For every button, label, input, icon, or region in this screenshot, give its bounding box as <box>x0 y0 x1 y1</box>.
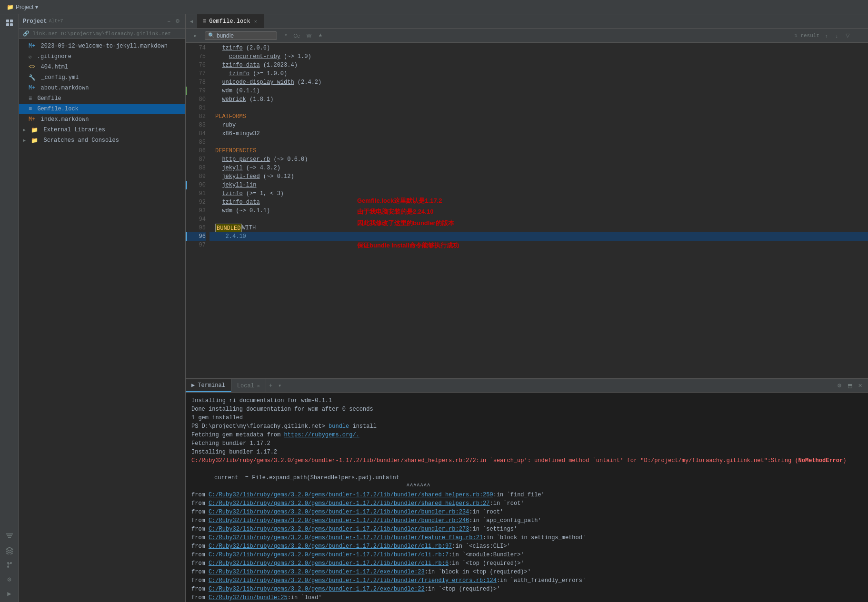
terminal-close-button[interactable]: ✕ <box>856 382 864 389</box>
bottom-panel: ▶ Terminal Local ✕ + ▾ ⚙ ⬒ ✕ Installing … <box>186 378 868 602</box>
search-case-button[interactable]: Cc <box>291 31 302 39</box>
search-word-button[interactable]: W <box>304 31 314 39</box>
ln-86: 86 <box>186 147 206 155</box>
ln-81: 81 <box>186 104 206 112</box>
local-tab-close-button[interactable]: ✕ <box>257 383 260 389</box>
term-line-from10: from C:/Ruby32/lib/ruby/gems/3.2.0/gems/… <box>191 568 862 576</box>
term-link-shared2[interactable]: C:/Ruby32/lib/ruby/gems/3.2.0/gems/bundl… <box>209 500 490 507</box>
term-link-bin1[interactable]: C:/Ruby32/bin/bundle:25 <box>209 594 288 601</box>
terminal-settings-button[interactable]: ⚙ <box>835 382 844 389</box>
term-link-shared1[interactable]: C:/Ruby32/lib/ruby/gems/3.2.0/gems/bundl… <box>209 492 493 498</box>
tree-item-gitignore[interactable]: ⊘ .gitignore <box>19 51 185 62</box>
term-link-bundler1[interactable]: C:/Ruby32/lib/ruby/gems/3.2.0/gems/bundl… <box>209 509 469 515</box>
code-line-87: http_parser.rb (~> 0.6.0) <box>210 155 868 164</box>
code-editor: 74 75 76 77 78 79 80 81 82 83 84 85 86 8… <box>186 43 868 378</box>
title-bar: 📁 Project ▾ <box>0 0 868 14</box>
search-input[interactable] <box>217 32 274 39</box>
term-link-cli3[interactable]: C:/Ruby32/lib/ruby/gems/3.2.0/gems/bundl… <box>209 560 449 567</box>
local-tab-label: Local <box>237 383 254 389</box>
term-link-bundler3[interactable]: C:/Ruby32/lib/ruby/gems/3.2.0/gems/bundl… <box>209 526 469 533</box>
search-regex-button[interactable]: .* <box>281 31 289 39</box>
code-line-79: wdm (0.1.1) <box>210 87 868 95</box>
term-rubygems-link[interactable]: https://rubygems.org/. <box>284 432 359 438</box>
sidebar-collapse-button[interactable]: − <box>166 18 172 25</box>
svg-rect-5 <box>7 535 12 536</box>
add-terminal-button[interactable]: + <box>266 379 275 392</box>
tab-gemfile-lock[interactable]: ≡ Gemfile.lock ✕ <box>197 14 264 28</box>
svg-rect-0 <box>6 20 9 22</box>
term-line-5: Fetching gem metadata from https://rubyg… <box>191 431 862 439</box>
tree-item-about-md[interactable]: M+ about.markdown <box>19 83 185 93</box>
code-line-89: jekyll-feed (~> 0.12) <box>210 172 868 181</box>
code-line-76: tzinfo-data (1.2023.4) <box>210 61 868 69</box>
term-link-friendly[interactable]: C:/Ruby32/lib/ruby/gems/3.2.0/gems/bundl… <box>209 577 497 584</box>
sidebar-title: Project <box>23 18 47 25</box>
code-line-92: tzinfo-data <box>210 198 868 207</box>
ln-87: 87 <box>186 155 206 164</box>
term-link-feature[interactable]: C:/Ruby32/lib/ruby/gems/3.2.0/gems/bundl… <box>209 534 483 541</box>
local-tab[interactable]: Local ✕ <box>231 379 266 392</box>
tab-scroll-left-button[interactable]: ◀ <box>186 14 197 28</box>
term-link-cli2[interactable]: C:/Ruby32/lib/ruby/gems/3.2.0/gems/bundl… <box>209 552 449 558</box>
gitignore-icon: ⊘ <box>29 54 32 60</box>
link-icon: 🔗 <box>23 30 30 37</box>
terminal-dropdown-button[interactable]: ▾ <box>275 379 284 392</box>
line-numbers: 74 75 76 77 78 79 80 81 82 83 84 85 86 8… <box>186 43 210 378</box>
search-next-button[interactable]: ↓ <box>834 32 840 39</box>
tree-item-scratches[interactable]: ▶ 📁 Scratches and Consoles <box>19 135 185 146</box>
code-line-75: concurrent-ruby (~> 1.0) <box>210 52 868 61</box>
svg-rect-1 <box>10 20 13 22</box>
project-icon: 📁 <box>7 4 14 10</box>
term-line-from11: from C:/Ruby32/lib/ruby/gems/3.2.0/gems/… <box>191 576 862 585</box>
search-more-button[interactable]: ⋯ <box>855 32 864 39</box>
tab-close-button[interactable]: ✕ <box>253 18 258 25</box>
terminal-tab-label: Terminal <box>198 382 225 389</box>
tree-item-404html[interactable]: <> 404.html <box>19 62 185 72</box>
code-line-91: tzinfo (>= 1, < 3) <box>210 189 868 198</box>
ln-77: 77 <box>186 69 206 78</box>
code-line-93: wdm (~> 0.1.1) <box>210 207 868 215</box>
term-link-exe1[interactable]: C:/Ruby32/lib/ruby/gems/3.2.0/gems/bundl… <box>209 569 425 575</box>
structure-icon[interactable] <box>3 530 16 543</box>
search-prev-button[interactable]: ↑ <box>823 32 830 39</box>
terminal-tab[interactable]: ▶ Terminal <box>186 379 231 392</box>
git-icon[interactable] <box>3 558 16 572</box>
search-bar-arrow[interactable]: ▶ <box>190 33 201 39</box>
code-line-88: jekyll (~> 4.3.2) <box>210 164 868 172</box>
project-dropdown-button[interactable]: 📁 Project ▾ <box>4 3 41 11</box>
ln-96: 96 <box>186 232 206 241</box>
scratches-label: Scratches and Consoles <box>43 137 119 144</box>
tree-item-index-md[interactable]: M+ index.markdown <box>19 114 185 125</box>
term-bundle-cmd: bundle <box>329 423 349 430</box>
term-line-from13: from C:/Ruby32/bin/bundle:25:in `load' <box>191 593 862 602</box>
tab-gemfile-lock-label: Gemfile.lock <box>209 18 250 25</box>
tree-item-external-libs[interactable]: ▶ 📁 External Libraries <box>19 125 185 135</box>
code-content[interactable]: tzinfo (2.0.6) concurrent-ruby (~> 1.0) … <box>210 43 868 378</box>
search-star-button[interactable]: ★ <box>316 31 325 39</box>
main-layout: ⚙ ▶ Project Alt+7 − ⚙ 🔗 link.net D:\proj… <box>0 14 868 602</box>
term-link-bundler2[interactable]: C:/Ruby32/lib/ruby/gems/3.2.0/gems/bundl… <box>209 517 469 524</box>
sidebar-settings-button[interactable]: ⚙ <box>174 18 181 25</box>
code-line-80: webrick (1.8.1) <box>210 95 868 104</box>
terminal-maximize-button[interactable]: ⬒ <box>846 382 854 389</box>
gemfile-lock-icon: ≡ <box>29 106 32 112</box>
terminal-icon-bar[interactable]: ▶ <box>3 587 16 600</box>
term-line-current: current = File.expand_path(SharedHelpers… <box>214 474 862 482</box>
terminal-content[interactable]: Installing ri documentation for wdm-0.1.… <box>186 393 868 602</box>
code-line-85 <box>210 138 868 147</box>
term-link-cli1[interactable]: C:/Ruby32/lib/ruby/gems/3.2.0/gems/bundl… <box>209 543 452 550</box>
layers-icon[interactable] <box>3 544 16 557</box>
settings-icon[interactable]: ⚙ <box>3 572 16 586</box>
tree-item-gemfile[interactable]: ≡ Gemfile <box>19 93 185 104</box>
term-line-from12: from C:/Ruby32/lib/ruby/gems/3.2.0/gems/… <box>191 585 862 593</box>
search-options: .* Cc W ★ <box>281 31 325 39</box>
folder-icon-scratches: 📁 <box>31 137 38 144</box>
editor-area: ◀ ≡ Gemfile.lock ✕ ▶ 🔍 .* Cc W ★ 1 resul… <box>186 14 868 602</box>
tree-item-config-yml[interactable]: 🔧 _config.yml <box>19 72 185 83</box>
search-filter-button[interactable]: ▽ <box>844 32 851 39</box>
project-view-icon[interactable] <box>3 16 16 30</box>
term-link-exe2[interactable]: C:/Ruby32/lib/ruby/gems/3.2.0/gems/bundl… <box>209 586 425 592</box>
tree-item-welcome-md[interactable]: M+ 2023-09-12-welcome-to-jekyll.markdown <box>19 41 185 51</box>
tree-item-gemfile-lock[interactable]: ≡ Gemfile.lock <box>19 104 185 114</box>
sidebar-path-link[interactable]: link.net D:\project\my\floraachy.gitlink… <box>33 31 171 37</box>
